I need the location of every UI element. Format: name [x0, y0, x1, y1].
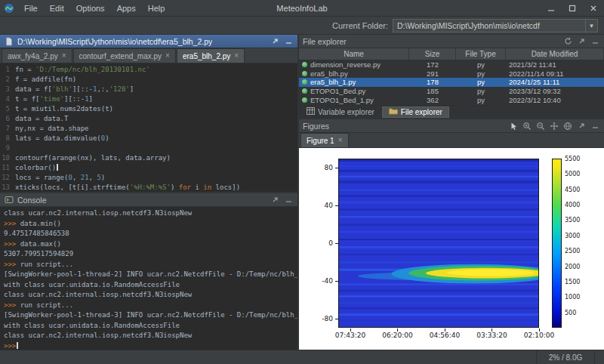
column-header-date-modified[interactable]: Date Modified	[506, 48, 604, 60]
close-icon[interactable]: ×	[62, 52, 66, 60]
minimize-button[interactable]	[541, 0, 562, 16]
code-text: locs = range(0, 21, 5)	[15, 173, 105, 183]
code-line: 7ny,nx = data.shape	[0, 124, 297, 134]
status-bar: 2% / 8.0G	[0, 350, 604, 364]
code-text: ny,nx = data.shape	[15, 124, 89, 134]
maximize-button[interactable]	[562, 0, 583, 16]
minimize-panel-icon[interactable]	[283, 36, 294, 47]
file-explorer-header: File explorer	[299, 35, 604, 48]
x-tick-label: 02:10:00	[524, 332, 554, 339]
menu-apps[interactable]: Apps	[111, 0, 142, 16]
y-tick-label: 0	[299, 239, 333, 247]
code-editor[interactable]: 1fn = 'D:/Temp/nc/blh_20130101.nc'2f = a…	[0, 63, 297, 192]
current-folder-combo[interactable]: D:\Working\MIScript\Jython\mis\io\netcdf…	[393, 19, 598, 32]
tick-mark	[335, 168, 338, 168]
column-header-file-type[interactable]: File Type	[456, 48, 506, 60]
figures-title: Figures	[303, 122, 329, 131]
table-row[interactable]: dimension_reverse.py172py2021/3/2 11:41	[299, 60, 604, 69]
tick-mark	[445, 329, 445, 332]
window-controls	[541, 0, 604, 16]
code-text: fn = 'D:/Temp/nc/blh_20130101.nc'	[15, 65, 150, 75]
refresh-icon[interactable]	[562, 36, 573, 47]
tab-label: era5_blh_2.py	[183, 52, 230, 60]
table-row[interactable]: era5_blh.py291py2022/11/14 09:11	[299, 69, 604, 79]
colorbar-tick-label: 2000	[565, 264, 580, 270]
file-name: ETOPO1_Bed.py	[310, 87, 365, 95]
tab-file-explorer[interactable]: File explorer	[382, 106, 449, 118]
file-date: 2023/3/12 09:32	[506, 87, 604, 95]
column-header-size[interactable]: Size	[409, 48, 456, 60]
table-row[interactable]: ETOPO1_Bed_1.py362py2022/3/12 10:40	[299, 95, 604, 104]
tick-mark	[335, 205, 338, 206]
select-arrow-icon[interactable]	[508, 121, 519, 131]
editor-tab[interactable]: era5_blh_2.py×	[177, 48, 245, 63]
heatmap-field	[339, 159, 538, 327]
chevron-down-icon[interactable]: ▾	[585, 20, 597, 32]
close-button[interactable]	[583, 0, 604, 16]
colorbar-tick-label: 5500	[565, 156, 580, 162]
code-text: xticks(locs, [t[i].strftime('%H:%M:%S') …	[15, 183, 240, 192]
title-bar: FileEditOptionsAppsHelp MeteoInfoLab	[0, 0, 604, 17]
left-column: D:\Working\MIScript\Jython\mis\io\netcdf…	[0, 35, 299, 350]
close-icon[interactable]: ×	[165, 52, 170, 60]
line-number: 12	[0, 173, 15, 183]
menu-edit[interactable]: Edit	[44, 0, 70, 16]
current-folder-label: Current Folder:	[332, 21, 388, 30]
minimize-panel-icon[interactable]	[590, 36, 600, 47]
column-header-name[interactable]: Name	[299, 48, 409, 60]
editor-tab[interactable]: contourf_extend_max.py×	[73, 48, 176, 63]
file-name: era5_blh_1.py	[310, 78, 356, 86]
float-panel-icon[interactable]	[270, 36, 280, 47]
close-icon[interactable]: ×	[338, 137, 343, 144]
zoom-in-icon[interactable]	[522, 121, 532, 131]
memory-usage: 2% / 8.0G	[536, 350, 595, 364]
file-name: dimension_reverse.py	[310, 60, 381, 69]
float-panel-icon[interactable]	[270, 195, 280, 205]
code-text: f = addfile(fn)	[15, 75, 76, 85]
console-output[interactable]: class ucar.nc2.internal.iosp.netcdf3.N3i…	[0, 207, 297, 350]
float-panel-icon[interactable]	[576, 121, 587, 131]
zoom-out-icon[interactable]	[535, 121, 546, 131]
minimize-panel-icon[interactable]	[590, 121, 600, 131]
right-column: File explorer NameSizeFile TypeDate Modi…	[299, 35, 604, 350]
tab-label: contourf_extend_max.py	[79, 52, 162, 60]
x-tick-label: 06:20:00	[382, 332, 412, 339]
full-extent-icon[interactable]	[562, 121, 573, 131]
editor-tabbar: awx_fy4a_2.py×contourf_extend_max.py×era…	[0, 48, 297, 63]
console-line: >>> data.min()	[4, 219, 297, 230]
menu-file[interactable]: File	[18, 0, 44, 16]
table-row[interactable]: era5_blh_1.py178py2024/1/25 11:11	[299, 78, 604, 87]
line-number: 1	[0, 65, 15, 75]
y-tick-label: 40	[299, 202, 333, 209]
tab-variable-explorer[interactable]: Variable explorer	[300, 106, 381, 118]
file-size: 172	[409, 60, 456, 69]
line-number: 2	[0, 75, 15, 85]
close-icon[interactable]: ×	[234, 52, 239, 60]
py-file-icon	[302, 88, 307, 94]
menu-help[interactable]: Help	[142, 0, 171, 16]
editor-tab[interactable]: awx_fy4a_2.py×	[2, 48, 72, 63]
plot-canvas[interactable]: 80400-40-8007:43:2006:20:0004:56:4003:33…	[299, 148, 604, 350]
line-number: 4	[0, 94, 15, 104]
file-date: 2022/11/14 09:11	[506, 69, 604, 78]
colorbar-tick-label: 2500	[565, 248, 580, 254]
colorbar-tick-label: 500	[565, 310, 576, 316]
line-number: 6	[0, 114, 15, 124]
figures-header: Figures	[299, 119, 604, 133]
float-panel-icon[interactable]	[576, 36, 587, 47]
table-row[interactable]: ETOPO1_Bed.py185py2023/3/12 09:32	[299, 87, 604, 96]
pan-icon[interactable]	[549, 121, 559, 131]
colorbar-tick-label: 4000	[565, 202, 580, 208]
figure-tab[interactable]: Figure 1 ×	[300, 133, 349, 147]
code-line: 9	[0, 143, 297, 153]
code-line: 5t = miutil.nums2dates(t)	[0, 104, 297, 114]
code-line: 12locs = range(0, 21, 5)	[0, 173, 297, 183]
line-number: 9	[0, 143, 15, 153]
console-line: >>>	[4, 341, 297, 350]
text-caret	[17, 342, 18, 349]
current-folder-value[interactable]: D:\Working\MIScript\Jython\mis\io\netcdf	[393, 21, 585, 30]
tab-label: awx_fy4a_2.py	[8, 52, 58, 60]
minimize-panel-icon[interactable]	[283, 195, 294, 205]
file-type: py	[456, 87, 506, 95]
menu-options[interactable]: Options	[70, 0, 111, 16]
